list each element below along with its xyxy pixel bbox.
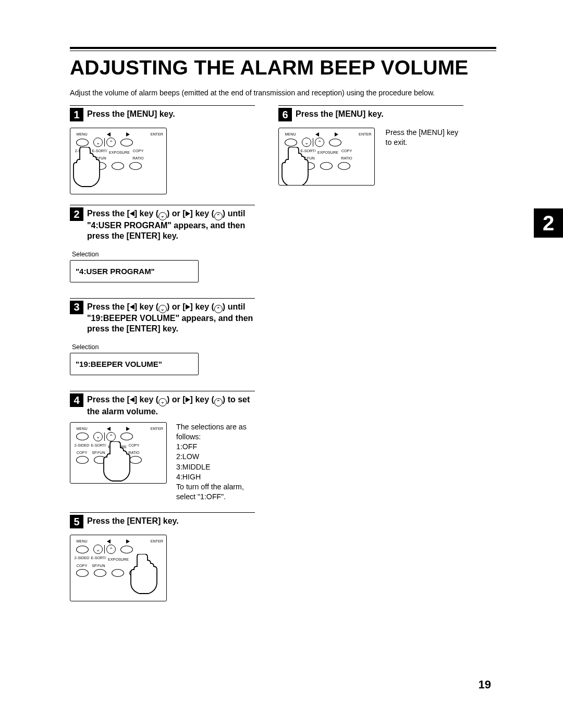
panel-button bbox=[76, 456, 89, 464]
label-enter: ENTER bbox=[146, 132, 163, 137]
selection-label: Selection bbox=[72, 251, 255, 258]
right-arrow-icon bbox=[126, 132, 130, 137]
right-arrow-icon bbox=[126, 427, 130, 431]
label-menu: MENU bbox=[74, 132, 90, 137]
step-title: Press the [ENTER] key. bbox=[87, 515, 179, 526]
lcd-display: "4:USER PROGRAM" bbox=[70, 260, 199, 282]
hand-pointer-icon bbox=[71, 147, 102, 189]
panel-button bbox=[112, 162, 124, 170]
up-circle-icon: ⌃ bbox=[214, 398, 223, 406]
label-menu: MENU bbox=[74, 539, 90, 544]
hand-pointer-icon bbox=[129, 554, 159, 596]
label-enter: ENTER bbox=[146, 539, 163, 544]
section-tab: 2 bbox=[534, 208, 563, 238]
control-panel-diagram: MENU ENTER ⌄ ⌃ bbox=[70, 535, 167, 601]
step-title: Press the [] key (⌄) or [] key (⌃) until… bbox=[87, 207, 255, 241]
header-rule bbox=[70, 47, 496, 51]
right-triangle-icon bbox=[186, 304, 190, 310]
left-column: 1 Press the [MENU] key. MENU ENTER bbox=[70, 105, 255, 612]
down-key-icon: ⌄ bbox=[93, 432, 103, 441]
control-panel-diagram: MENU ENTER ⌄ ⌃ bbox=[70, 422, 167, 484]
panel-button bbox=[129, 162, 142, 170]
right-arrow-icon bbox=[126, 539, 130, 544]
menu-button bbox=[76, 546, 89, 553]
step-3: 3 Press the [] key (⌄) or [] key (⌃) unt… bbox=[70, 298, 255, 376]
hand-pointer-icon bbox=[280, 147, 310, 186]
lcd-display: "19:BEEPER VOLUME" bbox=[70, 353, 199, 375]
step-1: 1 Press the [MENU] key. MENU ENTER bbox=[70, 105, 255, 194]
left-arrow-icon bbox=[315, 132, 319, 137]
enter-button bbox=[120, 546, 133, 553]
enter-button bbox=[329, 139, 341, 146]
up-key-icon: ⌃ bbox=[106, 138, 116, 147]
left-triangle-icon bbox=[130, 397, 134, 402]
down-key-icon: ⌄ bbox=[93, 545, 103, 554]
up-key-icon: ⌃ bbox=[106, 432, 116, 441]
step-6: 6 Press the [MENU] key. MENU ENTER bbox=[278, 105, 463, 186]
down-circle-icon: ⌄ bbox=[158, 398, 167, 406]
panel-button bbox=[76, 569, 89, 577]
selection-label: Selection bbox=[72, 343, 255, 351]
control-panel-diagram: MENU ENTER ⌄ ⌃ bbox=[70, 128, 167, 194]
step-title: Press the [] key (⌄) or [] key (⌃) until… bbox=[87, 301, 255, 335]
label-menu: MENU bbox=[74, 427, 90, 431]
left-arrow-icon bbox=[107, 132, 111, 137]
page-title: ADJUSTING THE ALARM BEEP VOLUME bbox=[70, 56, 496, 79]
up-circle-icon: ⌃ bbox=[214, 212, 223, 220]
step-number: 3 bbox=[70, 301, 83, 314]
panel-button bbox=[320, 162, 333, 170]
up-key-icon: ⌃ bbox=[106, 545, 116, 554]
step-body: Press the [MENU] key to exit. bbox=[385, 128, 463, 147]
hand-pointer-icon bbox=[102, 441, 132, 483]
step-number: 4 bbox=[70, 393, 83, 407]
menu-button bbox=[285, 139, 297, 146]
step-number: 6 bbox=[278, 108, 292, 121]
step-number: 1 bbox=[70, 108, 83, 121]
left-arrow-icon bbox=[107, 539, 111, 544]
enter-button bbox=[120, 139, 133, 146]
enter-button bbox=[120, 433, 133, 440]
intro-text: Adjust the volume of alarm beeps (emitte… bbox=[70, 89, 496, 97]
label-menu: MENU bbox=[282, 132, 299, 137]
up-circle-icon: ⌃ bbox=[214, 305, 223, 313]
step-4: 4 Press the [] key (⌄) or [] key (⌃) to … bbox=[70, 391, 255, 502]
label-enter: ENTER bbox=[354, 132, 371, 137]
page-number: 19 bbox=[479, 678, 491, 692]
step-title: Press the [MENU] key. bbox=[296, 108, 384, 119]
step-title: Press the [] key (⌄) or [] key (⌃) to se… bbox=[87, 393, 255, 417]
label-enter: ENTER bbox=[146, 427, 163, 431]
down-circle-icon: ⌄ bbox=[158, 212, 167, 220]
down-key-icon: ⌄ bbox=[302, 138, 311, 147]
menu-button bbox=[76, 139, 89, 146]
panel-button bbox=[112, 569, 124, 577]
right-arrow-icon bbox=[335, 132, 338, 137]
panel-button bbox=[94, 569, 106, 577]
step-number: 2 bbox=[70, 207, 83, 221]
right-triangle-icon bbox=[186, 211, 190, 216]
step-2: 2 Press the [] key (⌄) or [] key (⌃) unt… bbox=[70, 205, 255, 282]
left-arrow-icon bbox=[107, 427, 111, 431]
step-number: 5 bbox=[70, 515, 83, 528]
down-circle-icon: ⌄ bbox=[158, 305, 167, 313]
step-5: 5 Press the [ENTER] key. MENU ENTER bbox=[70, 512, 255, 601]
down-key-icon: ⌄ bbox=[93, 138, 103, 147]
control-panel-diagram: MENU ENTER ⌄ ⌃ bbox=[278, 128, 375, 186]
step-title: Press the [MENU] key. bbox=[87, 108, 175, 119]
left-triangle-icon bbox=[130, 211, 134, 216]
up-key-icon: ⌃ bbox=[315, 138, 324, 147]
left-triangle-icon bbox=[130, 304, 134, 310]
right-column: 6 Press the [MENU] key. MENU ENTER bbox=[278, 105, 463, 612]
panel-button bbox=[338, 162, 350, 170]
step-body: The selections are as follows: 1:OFF 2:L… bbox=[176, 422, 254, 502]
menu-button bbox=[76, 433, 89, 440]
right-triangle-icon bbox=[186, 397, 190, 402]
